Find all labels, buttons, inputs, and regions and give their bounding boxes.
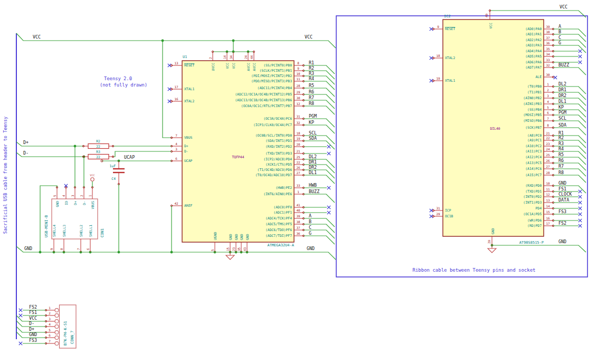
net-label-dminus[interactable]: D- — [23, 150, 29, 156]
net-label-dr1[interactable]: DR1 — [558, 87, 566, 92]
net-label-r6[interactable]: R6 — [558, 158, 564, 163]
wire[interactable] — [304, 236, 335, 244]
net-label-r3[interactable]: R3 — [309, 71, 314, 76]
net-label-fs2[interactable]: FS2 — [29, 304, 37, 310]
net-label-gnd-left[interactable]: GND — [24, 246, 32, 251]
wire[interactable] — [553, 68, 586, 75]
net-label-buzz[interactable]: BUZZ — [309, 189, 319, 194]
net-label-dl2[interactable]: DL2 — [309, 154, 317, 159]
net-label-r8[interactable]: R8 — [558, 170, 564, 175]
net-label-sda[interactable]: SDA — [558, 122, 566, 128]
net-label-vcc-ic2[interactable]: VCC — [560, 4, 567, 9]
conn7-pin-fs2[interactable]: 1FS2 — [19, 304, 59, 312]
net-label-g[interactable]: G — [558, 40, 561, 45]
wire-vbus[interactable] — [163, 41, 172, 138]
net-label-b[interactable]: B — [309, 219, 311, 224]
net-label-gnd[interactable]: GND — [558, 180, 566, 186]
wire[interactable] — [304, 106, 335, 114]
wire[interactable] — [304, 218, 335, 227]
conn7-symbol[interactable]: B7K-PH-K-S1CONN_71FS22FS13VCC4D-5D+6GND7… — [16, 304, 76, 348]
wire[interactable] — [304, 100, 335, 109]
net-label-hwb[interactable]: HWB — [309, 183, 317, 188]
conn7-pin-gnd[interactable]: 6GND — [16, 332, 59, 339]
net-label-r8[interactable]: R8 — [309, 101, 314, 106]
net-label-data[interactable]: DATA — [558, 197, 569, 203]
net-label-r4[interactable]: R4 — [558, 146, 564, 151]
net-label-gnd-u1[interactable]: GND — [307, 246, 315, 251]
wire[interactable] — [304, 125, 335, 133]
resistor-r3[interactable]: R322 — [82, 150, 113, 160]
net-label-r2[interactable]: R2 — [558, 135, 564, 140]
net-label-vcc-u1[interactable]: VCC — [305, 34, 312, 40]
net-label-r5[interactable]: R5 — [309, 83, 314, 88]
wire-vcc-rail[interactable] — [16, 33, 336, 48]
net-label-fs1[interactable]: FS1 — [29, 310, 37, 315]
net-label-ucap[interactable]: UCAP — [124, 155, 135, 160]
net-label-dl1[interactable]: DL1 — [309, 170, 317, 175]
wire[interactable] — [304, 119, 335, 127]
net-label-r5[interactable]: R5 — [558, 152, 564, 157]
net-label-gnd[interactable]: GND — [29, 332, 37, 337]
usb-connector-symbol[interactable]: USB-MINI-BCON15GND4ID3D+2D-1VBUS9SHELL48… — [40, 146, 105, 252]
net-label-r1[interactable]: R1 — [309, 60, 314, 65]
wire[interactable] — [304, 175, 335, 184]
net-label-dl1[interactable]: DL1 — [558, 99, 566, 104]
net-label-vcc-left[interactable]: VCC — [33, 34, 41, 40]
conn7-pin-fs1[interactable]: 2FS1 — [19, 310, 59, 317]
net-label-c[interactable]: C — [309, 225, 311, 230]
net-label-r6[interactable]: R6 — [309, 89, 314, 94]
wire[interactable] — [304, 136, 335, 144]
net-label-kp[interactable]: KP — [309, 120, 314, 125]
net-label-fs1[interactable]: FS1 — [558, 186, 566, 191]
u1-symbol[interactable]: U1ATMEGA32U4-ATQFP4413RESET17XTAL116XTAL… — [168, 41, 335, 252]
net-label-fs3[interactable]: FS3 — [558, 209, 566, 214]
net-label-r4[interactable]: R4 — [309, 76, 314, 81]
wire[interactable] — [304, 230, 335, 238]
net-label-gnd-ic2[interactable]: GND — [558, 239, 566, 244]
net-label-d+[interactable]: D+ — [29, 327, 34, 332]
net-label-dr2[interactable]: DR2 — [309, 165, 317, 170]
net-label-pgm[interactable]: PGM — [558, 110, 566, 115]
net-label-r7[interactable]: R7 — [558, 164, 564, 169]
net-label-r3[interactable]: R3 — [558, 141, 564, 146]
conn7-pin-vcc[interactable]: 3VCC — [16, 315, 59, 323]
ic2-symbol[interactable]: IC2AT90S8515-PDIL4040VCC20GND9RESET18XTA… — [430, 11, 586, 245]
net-label-scl[interactable]: SCL — [558, 116, 566, 121]
net-label-fs3[interactable]: FS3 — [29, 338, 37, 343]
wire[interactable] — [304, 170, 335, 178]
net-label-dl2[interactable]: DL2 — [558, 81, 566, 87]
wire[interactable] — [304, 224, 335, 233]
net-label-r7[interactable]: R7 — [309, 95, 314, 100]
wire[interactable] — [304, 76, 335, 84]
net-label-d-[interactable]: D- — [29, 321, 34, 326]
conn7-pin-d+[interactable]: 5D+ — [16, 327, 59, 334]
net-label-r2[interactable]: R2 — [309, 65, 314, 71]
net-label-a[interactable]: A — [309, 213, 311, 218]
capacitor-c4[interactable]: 1uFC4 — [109, 161, 125, 185]
net-label-vcc[interactable]: VCC — [29, 315, 37, 321]
net-label-b[interactable]: B — [558, 29, 561, 34]
net-label-sda[interactable]: SDA — [309, 136, 317, 141]
wire[interactable] — [304, 71, 335, 79]
net-label-clock[interactable]: CLOCK — [558, 191, 572, 197]
net-label-g[interactable]: G — [309, 231, 311, 236]
net-label-buzz[interactable]: BUZZ — [558, 62, 569, 68]
net-label-dplus[interactable]: D+ — [23, 140, 29, 145]
net-label-dr1[interactable]: DR1 — [309, 159, 317, 165]
wire[interactable] — [304, 159, 335, 168]
resistor-r2[interactable]: R222 — [82, 139, 113, 149]
net-label-fs2[interactable]: FS2 — [558, 221, 566, 226]
net-label-dr2[interactable]: DR2 — [558, 93, 566, 98]
wire[interactable] — [304, 88, 335, 97]
wire-dminus[interactable] — [113, 151, 172, 157]
conn7-pin-d-[interactable]: 4D- — [16, 321, 59, 328]
wire[interactable] — [304, 194, 335, 203]
wire[interactable] — [304, 165, 335, 173]
wire-vcc-ic2[interactable] — [490, 11, 586, 17]
net-label-a[interactable]: A — [558, 24, 561, 29]
wire-gnd-ic2[interactable] — [492, 245, 586, 252]
net-label-scl[interactable]: SCL — [309, 130, 317, 136]
wire[interactable] — [304, 65, 335, 74]
net-label-pgm[interactable]: PGM — [309, 113, 317, 119]
conn7-pin-fs3[interactable]: 7FS3 — [19, 338, 59, 345]
